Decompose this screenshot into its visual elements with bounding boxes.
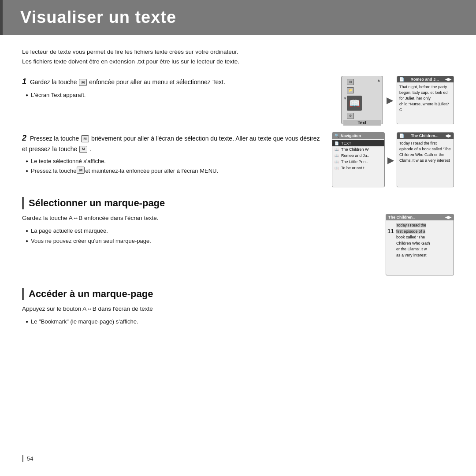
nav-item-icon-2: 📖 [335, 154, 340, 158]
nav-list: 📄 TEXT 📖 The Children W 📖 Romeo and Ju..… [332, 139, 384, 172]
nav-icon: 🔍 [335, 134, 339, 138]
section-bar-2 [22, 288, 24, 300]
page-title: Visualiser un texte [20, 8, 176, 26]
step-1-block: 1 Gardez la touche M enfoncée pour aller… [22, 76, 454, 124]
page-header: Visualiser un texte [0, 0, 476, 35]
icon-row-2: 📁 [347, 87, 354, 93]
bookmark-select-text: Gardez la touche A↔B enfoncée dans l'écr… [22, 214, 372, 246]
nav-title: Navigation [341, 134, 361, 138]
icon-screen: ▤ [347, 79, 354, 85]
children-title: The Children... [411, 134, 439, 138]
bookmark-header: The Children.. ◀▶ [386, 214, 454, 220]
icon-folder: 📁 [347, 87, 354, 93]
step2-arrow: ▶ [387, 155, 394, 165]
bookmark-select-desc: Gardez la touche A↔B enfoncée dans l'écr… [22, 214, 372, 223]
children-screen-header: 📄 The Children... ◀▶ [397, 133, 454, 139]
nav-arrows: ◀▶ [445, 77, 451, 82]
icon-row-book: 📖 [347, 96, 362, 111]
highlight-line1: Today I Read the [396, 223, 426, 227]
step-2-text: 2 Pressez la touche M brièvement pour al… [22, 132, 323, 177]
bookmark-title: The Children.. [388, 215, 415, 219]
nav-item-4: 📖 To be or not t.. [332, 165, 384, 171]
nav-screen: 🔍 Navigation 📄 TEXT 📖 The Children W 📖 R… [332, 132, 385, 187]
section-title-1: Sélectionner un marque-page [29, 197, 165, 209]
m-key-icon: M [79, 79, 87, 86]
m-key-icon-3: M [79, 146, 87, 153]
nav-item-text: 📄 TEXT [332, 140, 384, 146]
body-line4: Children Who Gath [396, 241, 430, 245]
children-screen: 📄 The Children... ◀▶ Today I Read the fi… [397, 132, 454, 187]
device-player: ▲ ▤ 📁 📖 ⚙ Text ▼ [341, 76, 383, 124]
bookmark-screen: The Children.. ◀▶ 11 Today I Read the fi… [386, 214, 454, 275]
nav-item-2: 📖 Romeo and Ju.. [332, 152, 384, 159]
step-2-bullet-1: Le texte sélectionné s'affiche. [26, 157, 323, 166]
intro-line1: Le lecteur de texte vous permet de lire … [22, 47, 454, 57]
nav-item-icon-1: 📖 [335, 148, 340, 152]
romeo-body: That night, before the party began, lady… [397, 82, 454, 124]
bookmark-number: 11 [387, 227, 394, 236]
bookmark-access-content: Appuyez sur le bouton A↔B dans l'écran d… [22, 305, 454, 326]
romeo-screen: 📄 Romeo and J... ◀▶ That night, before t… [397, 76, 454, 124]
main-content: Le lecteur de texte vous permet de lire … [0, 35, 476, 336]
step-2-number: 2 [22, 134, 26, 142]
nav-item-icon-4: 📖 [335, 166, 340, 170]
children-body: Today I Read the first episode of a book… [397, 139, 454, 187]
book-icon: 📖 [347, 96, 362, 111]
bookmark-text-content: Today I Read the first episode of a book… [396, 223, 451, 258]
nav-item-1: 📖 The Children W [332, 146, 384, 152]
highlight-line2: first episode of a [396, 229, 425, 234]
step-1-images: ▲ ▤ 📁 📖 ⚙ Text ▼ [341, 76, 454, 124]
step-1-number: 1 [22, 77, 26, 86]
intro-line2: Les fichiers texte doivent être en exten… [22, 57, 454, 67]
romeo-title: Romeo and J... [410, 77, 439, 82]
page-number: 54 [22, 455, 33, 462]
step-1-text: 1 Gardez la touche M enfoncée pour aller… [22, 76, 332, 100]
section-bookmark-access-header: Accéder à un marque-page [22, 288, 454, 300]
nav-item-icon-3: 📖 [335, 160, 340, 164]
body-line3: book called 'The [396, 235, 425, 239]
nav-item-icon-0: 📄 [335, 141, 340, 145]
nav-item-3: 📖 The Little Prin.. [332, 159, 384, 165]
section-title-2: Accéder à un marque-page [29, 288, 153, 300]
section-bookmark-select-content: Gardez la touche A↔B enfoncée dans l'écr… [22, 214, 454, 275]
section-bookmark-select-header: Sélectionner un marque-page [22, 197, 454, 209]
m-key-icon-2: M [81, 135, 89, 142]
step-2-main: 2 Pressez la touche M brièvement pour al… [22, 132, 323, 154]
romeo-screen-header: 📄 Romeo and J... ◀▶ [397, 76, 454, 82]
scroll-indicator: ▼ [343, 97, 347, 100]
step1-arrow: ▶ [387, 95, 393, 105]
step-1-main: 1 Gardez la touche M enfoncée pour aller… [22, 76, 332, 88]
icon-misc: ⚙ [347, 113, 354, 119]
m-key-icon-4: M [77, 167, 85, 174]
device-text-label: Text [343, 120, 381, 126]
section-bar-1 [22, 197, 24, 209]
step-2-images: 🔍 Navigation 📄 TEXT 📖 The Children W 📖 R… [332, 132, 454, 187]
step-2-bullet-2: Pressez la touche M et maintenez-la enfo… [26, 167, 323, 175]
body-line5: er the Clams'.It w [396, 247, 427, 251]
bookmark-select-bullet-1: La page actuelle est marquée. [26, 227, 372, 235]
icon-row-3: ⚙ [347, 113, 354, 119]
intro-text: Le lecteur de texte vous permet de lire … [22, 47, 454, 66]
device-icons: ▤ 📁 📖 ⚙ [343, 79, 381, 119]
file-icon: 📄 [399, 77, 404, 82]
bookmark-nav: ◀▶ [445, 215, 451, 219]
step-2-block: 2 Pressez la touche M brièvement pour al… [22, 132, 454, 187]
file-icon-2: 📄 [399, 134, 404, 138]
nav-screen-header: 🔍 Navigation [332, 133, 384, 139]
body-line6: as a very interest [396, 253, 427, 257]
bookmark-select-bullet-2: Vous ne pouvez créer qu'un seul marque-p… [26, 237, 372, 245]
step-1-bullet: L'écran Text apparaît. [26, 91, 332, 100]
icon-row-1: ▤ [347, 79, 354, 85]
bookmark-body: 11 Today I Read the first episode of a b… [386, 220, 454, 260]
nav-arrows-2: ◀▶ [445, 134, 451, 138]
bookmark-access-bullet: Le "Bookmark" (le marque-page) s'affiche… [26, 317, 454, 326]
bookmark-access-desc: Appuyez sur le bouton A↔B dans l'écran d… [22, 305, 454, 314]
